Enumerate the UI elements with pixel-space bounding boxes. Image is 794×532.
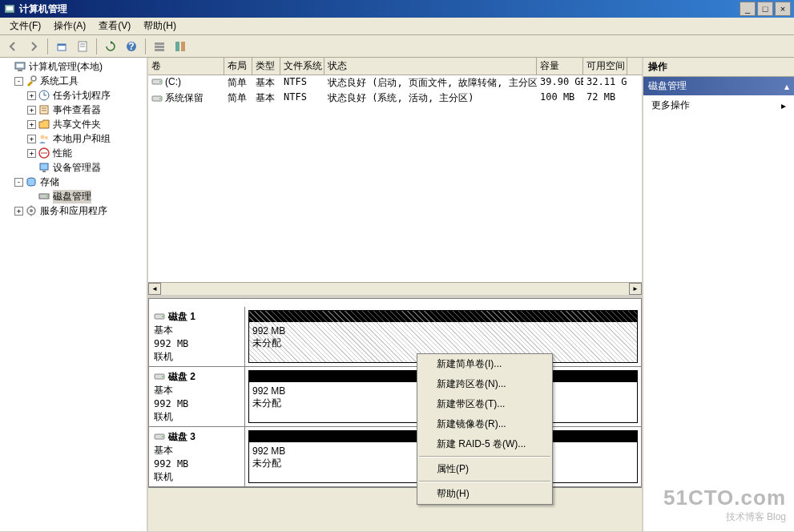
titlebar: 计算机管理 _ □ ×: [0, 0, 794, 18]
tree-expander[interactable]: -: [14, 178, 23, 187]
actions-section-label: 磁盘管理: [648, 79, 687, 93]
forward-button[interactable]: [24, 37, 43, 56]
tree-item[interactable]: +服务和应用程序: [2, 204, 145, 218]
menu-action[interactable]: 操作(A): [47, 18, 92, 34]
column-header[interactable]: 卷: [148, 58, 224, 75]
svg-rect-1: [6, 6, 13, 10]
tree-item[interactable]: +共享文件夹: [2, 117, 145, 131]
svg-rect-11: [155, 49, 164, 51]
volume-row[interactable]: 系统保留简单基本NTFS状态良好 (系统, 活动, 主分区)100 MB72 M…: [148, 91, 642, 107]
menubar: 文件(F) 操作(A) 查看(V) 帮助(H): [0, 18, 794, 35]
tree-item[interactable]: 磁盘管理: [2, 189, 145, 204]
tree-item[interactable]: 设备管理器: [2, 160, 145, 175]
sharedfolders-icon: [38, 118, 50, 131]
volume-cell: 状态良好 (系统, 活动, 主分区): [324, 91, 537, 107]
context-menu-item[interactable]: 帮助(H): [417, 484, 552, 504]
actions-section[interactable]: 磁盘管理 ▴: [643, 77, 794, 95]
menu-separator: [419, 456, 550, 457]
context-menu-item[interactable]: 新建 RAID-5 卷(W)...: [417, 434, 552, 454]
tree-expander[interactable]: +: [27, 91, 36, 100]
column-header[interactable]: 布局: [224, 58, 252, 75]
help-button[interactable]: ?: [122, 37, 141, 56]
back-button[interactable]: [3, 37, 22, 56]
column-header[interactable]: 文件系统: [280, 58, 324, 75]
svg-rect-3: [58, 44, 66, 46]
tree-label: 磁盘管理: [53, 190, 91, 204]
column-header[interactable]: 类型: [252, 58, 280, 75]
perf-icon: [38, 147, 50, 159]
disk-list-button[interactable]: [150, 37, 169, 56]
tree-item[interactable]: -存储: [2, 175, 145, 189]
svg-rect-21: [40, 106, 48, 114]
up-button[interactable]: [52, 37, 71, 56]
more-actions[interactable]: 更多操作 ▸: [643, 95, 794, 115]
storage-icon: [25, 175, 38, 188]
tree-label: 共享文件夹: [53, 118, 101, 131]
scroll-right-button[interactable]: ►: [629, 283, 642, 295]
actions-panel: 操作 磁盘管理 ▴ 更多操作 ▸: [642, 58, 794, 531]
tree-item[interactable]: +事件查看器: [2, 103, 145, 117]
context-menu-item[interactable]: 新建带区卷(T)...: [417, 394, 552, 414]
column-header[interactable]: 可用空间: [583, 58, 627, 75]
menu-file[interactable]: 文件(F): [3, 18, 47, 34]
scroll-left-button[interactable]: ◄: [148, 283, 161, 295]
tree-item[interactable]: +性能: [2, 146, 145, 160]
tree-label: 设备管理器: [53, 161, 101, 175]
tree-label: 本地用户和组: [53, 132, 111, 146]
volume-list-body[interactable]: (C:)简单基本NTFS状态良好 (启动, 页面文件, 故障转储, 主分区)39…: [148, 75, 642, 107]
tree-label: 事件查看器: [53, 103, 101, 117]
services-icon: [25, 204, 38, 217]
column-header[interactable]: 容量: [537, 58, 583, 75]
tree-expander[interactable]: +: [14, 207, 23, 216]
tree-item[interactable]: 计算机管理(本地): [2, 59, 145, 74]
disk-graphical-area[interactable]: 磁盘 1基本992 MB联机992 MB未分配磁盘 2基本992 MB联机992…: [148, 298, 642, 531]
svg-rect-13: [181, 42, 185, 51]
context-menu-item[interactable]: 属性(P): [417, 459, 552, 479]
maximize-button[interactable]: □: [757, 2, 773, 16]
volume-cell: 基本: [252, 91, 280, 107]
tree-item[interactable]: -系统工具: [2, 74, 145, 88]
svg-rect-29: [42, 171, 46, 172]
navigation-tree[interactable]: 计算机管理(本地)-系统工具+任务计划程序+事件查看器+共享文件夹+本地用户和组…: [0, 58, 148, 531]
svg-rect-15: [17, 64, 23, 67]
svg-point-46: [162, 436, 163, 437]
svg-point-34: [30, 209, 33, 212]
volume-list[interactable]: 卷布局类型文件系统状态容量可用空间 (C:)简单基本NTFS状态良好 (启动, …: [148, 58, 642, 298]
tree-item[interactable]: +任务计划程序: [2, 88, 145, 103]
svg-point-32: [46, 195, 48, 197]
close-button[interactable]: ×: [775, 2, 791, 16]
horizontal-scrollbar[interactable]: ◄ ►: [148, 282, 642, 295]
column-header[interactable]: 状态: [324, 58, 537, 75]
context-menu-item[interactable]: 新建跨区卷(N)...: [417, 374, 552, 394]
scroll-track[interactable]: [161, 283, 629, 295]
tree-expander[interactable]: -: [14, 77, 23, 86]
disk-row[interactable]: 磁盘 3基本992 MB联机992 MB未分配: [149, 427, 641, 487]
tree-item[interactable]: +本地用户和组: [2, 131, 145, 146]
computer-icon: [14, 60, 26, 73]
disk-row[interactable]: 磁盘 2基本992 MB联机992 MB未分配: [149, 367, 641, 427]
window-buttons: _ □ ×: [740, 2, 791, 16]
tree-expander[interactable]: +: [27, 106, 36, 115]
disk-row[interactable]: 磁盘 1基本992 MB联机992 MB未分配: [149, 307, 641, 367]
refresh-button[interactable]: [101, 37, 120, 56]
context-menu[interactable]: 新建简单卷(I)...新建跨区卷(N)...新建带区卷(T)...新建镜像卷(R…: [417, 353, 553, 505]
tree-expander[interactable]: +: [27, 149, 36, 158]
context-menu-item[interactable]: 新建镜像卷(R)...: [417, 414, 552, 434]
disk-graphic-button[interactable]: [171, 37, 190, 56]
menu-view[interactable]: 查看(V): [92, 18, 137, 34]
tree-label: 性能: [53, 147, 72, 160]
toolbar-separator: [96, 38, 97, 54]
context-menu-item[interactable]: 新建简单卷(I)...: [417, 354, 552, 374]
tree-label: 计算机管理(本地): [29, 60, 103, 74]
minimize-button[interactable]: _: [740, 2, 756, 16]
tree-expander: [27, 192, 36, 201]
tree-label: 任务计划程序: [53, 89, 111, 103]
tree-expander[interactable]: +: [27, 120, 36, 129]
menu-help[interactable]: 帮助(H): [137, 18, 183, 34]
volume-row[interactable]: (C:)简单基本NTFS状态良好 (启动, 页面文件, 故障转储, 主分区)39…: [148, 75, 642, 91]
volume-cell: 32.11 GB: [583, 75, 627, 91]
more-actions-label: 更多操作: [651, 99, 690, 112]
properties-button[interactable]: [73, 37, 92, 56]
tree-expander[interactable]: +: [27, 135, 36, 143]
volume-cell: (C:): [148, 75, 224, 91]
